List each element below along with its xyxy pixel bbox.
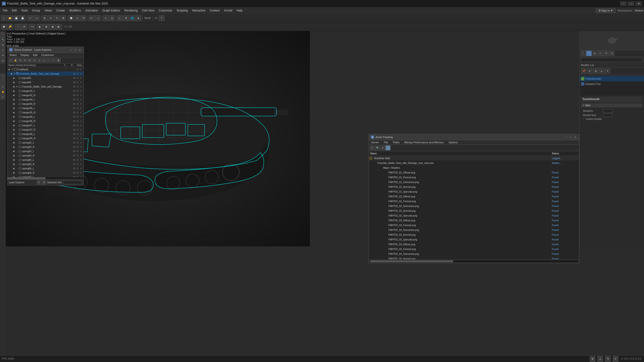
tree-item-hanger04_L[interactable]: ◉ hanger04_L ⊡ ⊡ ≡ [8, 97, 84, 102]
tree-render-icon[interactable]: ⊡ [76, 107, 79, 109]
tree-lines-icon[interactable]: ≡ [79, 163, 83, 165]
tree-item-tank-group[interactable]: ◉ ▼ Futuristic_Battle_Tank_with_Damage ⊡… [8, 71, 84, 76]
status-percent-snap[interactable]: % [605, 356, 611, 362]
tree-render-icon[interactable]: ⊡ [76, 137, 79, 139]
tree-lock-icon[interactable]: ⊡ [72, 141, 76, 144]
tree-render-icon[interactable]: ⊡ [76, 146, 79, 148]
configure-modifier-btn[interactable]: ⚙ [587, 68, 592, 74]
tree-item-spring06_R[interactable]: ◉ spring06_R ⊡ ⊡ ≡ [8, 171, 84, 175]
create-tab-btn[interactable]: + [580, 51, 586, 56]
select-btn[interactable]: ⊕ [42, 15, 48, 21]
move-btn[interactable]: ✛ [48, 15, 54, 21]
at-row-FMHT02_02_Diffuse-png[interactable]: FMHT02_02_Diffuse.png Found [369, 194, 579, 199]
at-menu-server[interactable]: Server [369, 140, 381, 144]
move-down-modifier-btn[interactable]: ▼ [605, 68, 610, 74]
play-btn[interactable]: ▶ [37, 24, 43, 30]
tree-eye-icon[interactable]: ◉ [12, 76, 16, 80]
tree-lines-icon[interactable]: ≡ [79, 133, 83, 135]
tree-render-icon[interactable]: ⊡ [76, 172, 79, 174]
at-menu-bitmap[interactable]: Bitmap Performance and Memory [402, 140, 446, 144]
menu-help[interactable]: Help [235, 7, 244, 14]
zoom-out[interactable]: - [0, 79, 5, 84]
env-btn[interactable]: 🌐 [129, 15, 135, 21]
at-row-FMHT02_02_Specular-png[interactable]: FMHT02_02_Specular.png Found [369, 213, 579, 218]
orbit[interactable]: ↻ [0, 95, 5, 99]
tree-lines-icon[interactable]: ≡ [79, 81, 83, 83]
at-row-FMHT02_03_Specular-png[interactable]: FMHT02_03_Specular.png Found [369, 237, 579, 242]
at-file-list[interactable]: Autodesk Vault Logged... Futuristic_Batt… [369, 156, 579, 259]
tree-lines-icon[interactable]: ≡ [79, 90, 83, 92]
tree-eye-icon[interactable]: ◉ [12, 132, 16, 136]
tree-lock-icon[interactable]: ⊡ [72, 93, 76, 97]
save-btn[interactable]: 💾 [14, 15, 19, 21]
modify-tab-btn[interactable]: 🔧 [586, 51, 592, 56]
tree-render-icon[interactable]: ⊡ [76, 68, 79, 71]
tree-eye-icon[interactable]: ◉ [12, 162, 16, 166]
tree-eye-icon[interactable]: ◉ [12, 102, 16, 105]
status-spinner-snap[interactable]: ⟳ [613, 356, 618, 362]
modifier-turbosm[interactable]: TurboSmooth [580, 76, 644, 81]
curve-editor-btn[interactable]: ~ [15, 24, 21, 30]
at-menu-file[interactable]: File [381, 140, 390, 144]
tree-render-icon[interactable]: ⊡ [76, 81, 79, 83]
tree-expand-icon[interactable]: ▼ [11, 68, 14, 71]
tree-render-icon[interactable]: ⊡ [76, 159, 79, 161]
menu-create[interactable]: Create [54, 7, 67, 14]
ribbon-btn[interactable]: ◫ [109, 15, 115, 21]
utilities-tab[interactable]: ⚙ [0, 58, 5, 63]
prev-frame-btn[interactable]: ◀ [50, 24, 55, 30]
minimize-button[interactable]: ─ [620, 1, 627, 6]
at-find-btn[interactable]: 🔍 [375, 145, 380, 150]
menu-edit[interactable]: Edit [10, 7, 19, 14]
tree-item-spring06_L[interactable]: ◉ spring06_L ⊡ ⊡ ≡ [8, 166, 84, 171]
menu-customize[interactable]: Customize [157, 7, 174, 14]
tree-eye-icon[interactable]: ◉ [10, 72, 13, 75]
tree-lines-icon[interactable]: ≡ [79, 77, 83, 79]
at-row-FMHT02_03_Diffuse-png[interactable]: FMHT02_03_Diffuse.png Found [369, 218, 579, 223]
tree-item-hanger04_R[interactable]: ◉ hanger04_R ⊡ ⊡ ≡ [8, 102, 84, 106]
tree-lock-icon[interactable]: ⊡ [72, 124, 76, 127]
se-tb-select-all[interactable]: ◻ [42, 58, 46, 62]
tree-eye-icon[interactable]: ◉ [12, 115, 16, 118]
tree-lock-icon[interactable]: ⊡ [72, 119, 76, 123]
tree-lines-icon[interactable]: ≡ [79, 124, 83, 127]
se-tb-close[interactable]: ✕ [8, 58, 13, 62]
at-row-maps-folder[interactable]: Maps / Shaders [369, 166, 579, 170]
next-frame-btn[interactable]: ▶ [56, 24, 62, 30]
scene-explorer-title-bar[interactable]: 🗂 Scene Explorer - Layer Explorer ─ □ ✕ [8, 47, 84, 53]
se-footer-btn1[interactable]: ⊟ [37, 180, 41, 184]
se-tb-freeze[interactable]: ❄ [23, 58, 27, 62]
tree-eye-icon[interactable]: ◉ [12, 175, 16, 177]
tree-eye-icon[interactable]: ◉ [12, 124, 16, 127]
at-menu-paths[interactable]: Paths [390, 140, 402, 144]
tree-item-hanger05_R[interactable]: ◉ hanger05_R ⊡ ⊡ ≡ [8, 110, 84, 115]
tree-eye-icon[interactable]: ◉ [8, 68, 11, 71]
se-maximize[interactable]: □ [74, 48, 77, 52]
zoom-in[interactable]: + [0, 74, 5, 78]
mat-editor-btn[interactable]: ◈ [136, 15, 141, 21]
save-as-btn[interactable]: 💾 [20, 15, 26, 21]
tree-eye-icon[interactable]: ◉ [12, 128, 16, 131]
tree-lines-icon[interactable]: ≡ [79, 159, 83, 161]
status-grid-snap[interactable]: ⊞ [590, 356, 596, 362]
tree-eye-icon[interactable]: ◉ [12, 145, 16, 149]
tree-eye-icon[interactable]: ◉ [12, 93, 16, 97]
at-row-main-file[interactable]: Futuristic_Battle_Tank_with_Damage_max_v… [369, 161, 579, 166]
at-row-FMHT02_01_Specular-png[interactable]: FMHT02_01_Specular.png Found [369, 189, 579, 194]
tree-lock-icon[interactable]: ⊡ [72, 175, 76, 177]
tree-lines-icon[interactable]: ≡ [79, 167, 83, 170]
menu-graph-editors[interactable]: Graph Editors [100, 7, 122, 14]
pan[interactable]: ✋ [0, 89, 5, 94]
menu-group[interactable]: Group [30, 7, 42, 14]
at-row-vault[interactable]: Autodesk Vault Logged... [369, 156, 579, 161]
delete-modifier-btn[interactable]: 🗑 [593, 68, 598, 74]
at-row-FMHT02_04_Diffuse-png[interactable]: FMHT02_04_Diffuse.png Found [369, 242, 579, 247]
tree-lock-icon[interactable]: ⊡ [72, 132, 76, 136]
tree-eye-icon[interactable]: ◉ [12, 106, 16, 110]
tree-lines-icon[interactable]: ≡ [79, 68, 83, 71]
render-iters-input[interactable]: 2 [603, 113, 613, 117]
se-tb-sort[interactable]: ↕ [47, 58, 51, 62]
tree-item-tank-subgroup[interactable]: ◉ ▼ Futuristic_Battle_Tank_with_Damage ⊡… [8, 84, 84, 89]
tree-render-icon[interactable]: ⊡ [76, 103, 79, 105]
tree-eye-icon[interactable]: ◉ [12, 119, 16, 123]
